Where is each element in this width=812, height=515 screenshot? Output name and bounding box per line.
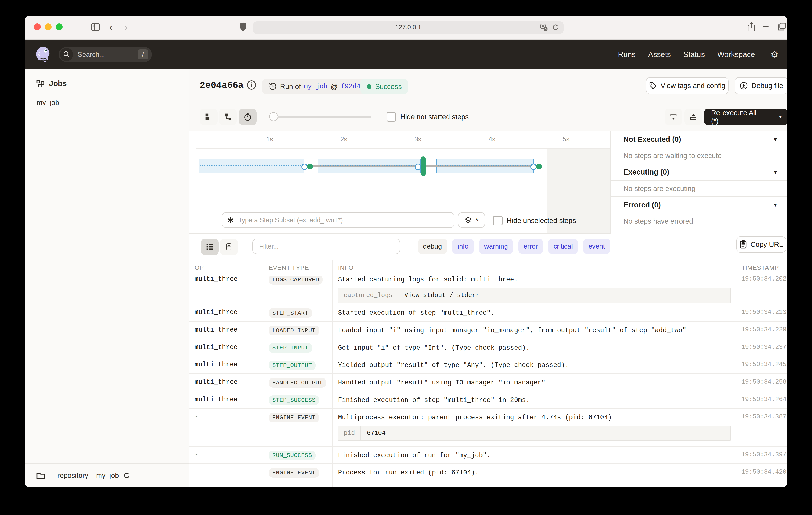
log-info-cell: Got input "i" of type "Int". (Type check… [333,339,736,356]
log-timestamp[interactable]: 19:50:34.245 [736,356,787,373]
log-structured-view-button[interactable] [220,239,238,255]
shield-icon[interactable] [239,22,247,31]
table-row[interactable]: multi_threeHANDLED_OUTPUTHandled output … [190,374,787,391]
global-search[interactable]: / [59,47,152,62]
log-timestamp[interactable]: 19:50:34.229 [736,322,787,338]
log-info-text: Process for run exited (pid: 67104). [338,468,730,478]
log-info-cell: Finished execution of step "multi_three"… [333,391,736,408]
close-window-button[interactable] [34,24,41,30]
status-section-header-0[interactable]: Not Executed (0)▼ [611,131,787,148]
settings-gear-icon[interactable]: ⚙ [771,50,779,59]
metadata-value[interactable]: View stdout / stderr [398,289,486,302]
view-timed-button[interactable] [239,109,257,125]
level-tag-event[interactable]: event [583,239,610,254]
log-filter-input[interactable] [258,242,395,251]
waiting-dotted-line [200,165,302,166]
hide-unselected-checkbox[interactable]: Hide unselected steps [493,216,576,225]
timeline-marker-bar[interactable] [421,156,426,176]
log-timestamp[interactable]: 19:50:34.387 [736,409,787,446]
table-row[interactable]: multi_threeSTEP_INPUTGot input "i" of ty… [190,339,787,356]
view-tags-config-button[interactable]: View tags and config [646,77,729,94]
collapse-all-button[interactable] [665,109,683,125]
tab-overview-icon[interactable] [778,22,786,31]
level-tag-debug[interactable]: debug [418,239,447,254]
sidebar-toggle-icon[interactable] [91,22,100,32]
log-info-cell: Started capturing logs for solid: multi_… [333,276,736,304]
zoom-window-button[interactable] [56,24,63,30]
event-type-tag: RUN_SUCCESS [269,451,316,460]
forward-button[interactable]: › [124,22,127,32]
log-event-type-cell: STEP_SUCCESS [263,391,332,408]
level-tag-critical[interactable]: critical [548,239,578,254]
log-timestamp[interactable]: 19:50:34.213 [736,304,787,321]
log-filter-field[interactable] [253,239,400,254]
log-timestamp[interactable]: 19:50:34.258 [736,374,787,391]
metadata-value[interactable]: 67104 [360,426,392,440]
table-row[interactable]: -RUN_SUCCESSFinished execution of run fo… [190,446,787,464]
hide-not-started-checkbox[interactable]: Hide not started steps [386,112,469,122]
table-row[interactable]: multi_threeLOADED_INPUTLoaded input "i" … [190,322,787,339]
log-timestamp[interactable]: 19:50:34.202 [736,276,787,304]
reload-icon[interactable] [552,24,559,31]
step-subset-icon [227,217,234,224]
translate-icon[interactable] [540,24,548,31]
log-timestamp[interactable]: 19:50:34.237 [736,339,787,356]
step-subset-field[interactable] [222,212,455,228]
reload-repo-icon[interactable] [123,472,130,479]
log-level-filters: debuginfowarningerrorcriticalevent [418,239,610,254]
view-waterfall-button[interactable] [219,109,237,125]
table-row[interactable]: -ENGINE_EVENTProcess for run exited (pid… [190,464,787,481]
level-tag-error[interactable]: error [518,239,543,254]
status-section-header-1[interactable]: Executing (0)▼ [611,164,787,181]
table-row[interactable]: -ENGINE_EVENTMultiprocess executor: pare… [190,409,787,446]
view-flat-gantt-button[interactable] [200,109,218,125]
nav-item-runs[interactable]: Runs [618,50,636,59]
log-timestamp[interactable]: 19:50:34.264 [736,391,787,408]
step-subset-input[interactable] [237,216,454,224]
status-section-header-2[interactable]: Errored (0)▼ [611,197,787,213]
log-timestamp[interactable]: 19:50:34.397 [736,446,787,464]
axis-tick-label: 3s [410,135,425,143]
level-tag-warning[interactable]: warning [479,239,513,254]
copy-url-button[interactable]: Copy URL [736,236,786,252]
row-grid: -ENGINE_EVENTMultiprocess executor: pare… [190,409,787,446]
apply-subset-button[interactable]: ˄ [458,212,485,228]
table-row[interactable]: multi_threeLOGS_CAPTUREDStarted capturin… [190,276,787,304]
share-icon[interactable] [747,22,755,32]
job-link[interactable]: my_job [304,83,327,90]
table-row[interactable]: multi_threeSTEP_OUTPUTYielded output "re… [190,356,787,374]
minimize-window-button[interactable] [45,24,52,30]
log-op: multi_three [190,276,263,304]
run-page: 2e04a66a Run of my_job @ [190,69,787,488]
log-info-text: Yielded output "result" of type "Any". (… [338,361,730,370]
sidebar-item-my-job[interactable]: my_job [36,99,59,107]
nav-item-status[interactable]: Status [684,50,705,59]
reexecute-all-button[interactable]: Re-execute All (*) [704,109,774,125]
browser-window: ‹ › 127.0.0.1 [25,16,787,487]
timeline-marker-dot[interactable] [307,164,313,169]
back-button[interactable]: ‹ [109,22,112,32]
timeline-marker-open[interactable] [415,164,421,170]
url-bar[interactable]: 127.0.0.1 [253,21,563,34]
new-tab-icon[interactable]: + [763,21,769,32]
timeline-marker-open[interactable] [301,164,308,170]
timeline-marker-open[interactable] [530,164,537,170]
debug-file-button[interactable]: Debug file [734,77,787,94]
log-list-view-button[interactable] [201,239,219,255]
info-icon[interactable] [246,80,257,90]
table-row[interactable]: multi_threeSTEP_SUCCESSFinished executio… [190,391,787,409]
dagster-logo[interactable] [34,46,52,63]
timeline-step-span[interactable] [199,159,304,173]
nav-item-assets[interactable]: Assets [648,50,671,59]
reexecute-dropdown-caret[interactable]: ▼ [774,109,787,125]
zoom-slider-knob[interactable] [269,112,278,121]
level-tag-info[interactable]: info [452,239,473,254]
expand-all-button[interactable] [685,109,702,125]
row-grid: multi_threeLOGS_CAPTUREDStarted capturin… [190,276,787,304]
log-timestamp[interactable]: 19:50:34.420 [736,464,787,481]
table-row[interactable]: multi_threeSTEP_STARTStarted execution o… [190,304,787,322]
nav-item-workspace[interactable]: Workspace [717,50,755,59]
zoom-slider[interactable] [273,116,371,118]
timeline-marker-dot[interactable] [536,164,542,169]
search-input[interactable] [77,50,131,59]
